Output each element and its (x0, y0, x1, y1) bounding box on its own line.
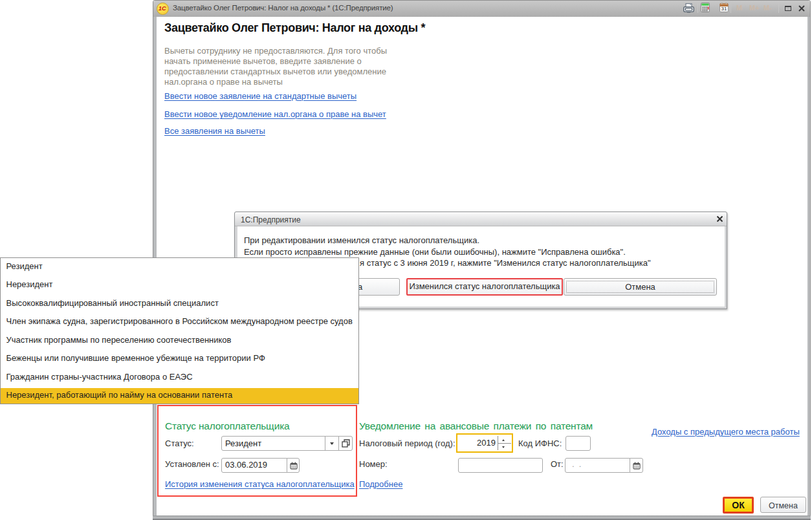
svg-text:31: 31 (721, 6, 727, 12)
